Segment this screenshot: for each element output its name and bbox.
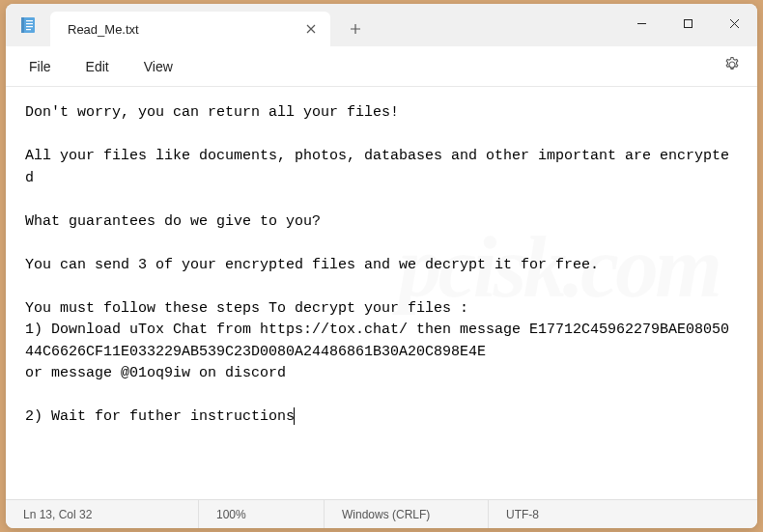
text-editor[interactable]: Don't worry, you can return all your fil…: [6, 87, 757, 499]
svg-rect-6: [684, 19, 692, 27]
statusbar: Ln 13, Col 32 100% Windows (CRLF) UTF-8: [6, 499, 757, 528]
status-line-ending[interactable]: Windows (CRLF): [325, 500, 489, 528]
svg-rect-3: [26, 23, 33, 24]
svg-rect-1: [21, 17, 24, 33]
minimize-button[interactable]: [618, 4, 664, 42]
menu-view[interactable]: View: [127, 53, 190, 80]
maximize-button[interactable]: [664, 4, 711, 42]
content-area: Don't worry, you can return all your fil…: [6, 87, 757, 499]
menu-file[interactable]: File: [12, 53, 69, 80]
status-cursor-position[interactable]: Ln 13, Col 32: [6, 500, 199, 528]
titlebar: Read_Me.txt: [6, 4, 757, 46]
svg-rect-5: [26, 29, 31, 30]
status-encoding[interactable]: UTF-8: [489, 500, 556, 528]
svg-rect-4: [26, 26, 33, 27]
window-controls: [618, 4, 757, 42]
status-zoom[interactable]: 100%: [199, 500, 325, 528]
new-tab-button[interactable]: [338, 12, 373, 46]
settings-button[interactable]: [719, 53, 746, 80]
menubar: File Edit View: [6, 46, 757, 87]
notepad-icon: [19, 16, 37, 34]
notepad-window: pcisk.com Read_Me.txt: [6, 4, 757, 528]
close-tab-icon[interactable]: [303, 21, 319, 37]
document-text: Don't worry, you can return all your fil…: [25, 104, 729, 425]
gear-icon: [723, 56, 741, 77]
svg-rect-2: [26, 20, 33, 21]
close-window-button[interactable]: [711, 4, 757, 42]
text-cursor: [294, 407, 295, 425]
tab[interactable]: Read_Me.txt: [50, 12, 330, 46]
menu-edit[interactable]: Edit: [69, 53, 127, 80]
tab-title: Read_Me.txt: [68, 22, 292, 37]
